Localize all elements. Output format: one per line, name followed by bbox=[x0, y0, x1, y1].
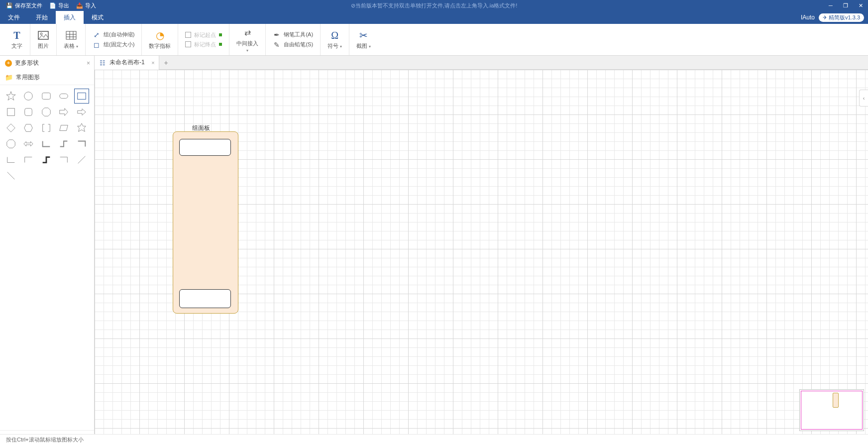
num-indicator-label: 数字指标 bbox=[149, 42, 171, 50]
shapes-grid bbox=[0, 85, 94, 187]
shape-diamond[interactable] bbox=[4, 121, 18, 135]
common-shapes-label: 常用图形 bbox=[16, 73, 40, 82]
canvas-tab[interactable]: ☷ 未命名画布-1 × bbox=[95, 56, 159, 70]
end-dot-icon bbox=[219, 43, 222, 46]
mark-end-label: 标记终点 bbox=[194, 41, 216, 48]
tab-file[interactable]: 文件 bbox=[0, 11, 28, 24]
ribbon-group-image: 图片 bbox=[30, 24, 57, 55]
shape-connector-4[interactable] bbox=[4, 153, 18, 167]
shape-square[interactable] bbox=[4, 105, 18, 119]
shape-rect[interactable] bbox=[75, 89, 89, 103]
table-label: 表格 ▾ bbox=[64, 42, 78, 50]
export-button[interactable]: 📄 导出 bbox=[49, 2, 69, 9]
import-icon: 📥 bbox=[76, 2, 83, 9]
shape-connector-6[interactable] bbox=[39, 153, 53, 167]
more-shapes-label: 更多形状 bbox=[15, 59, 39, 67]
ribbon-group-mark: 标记起点 标记终点 bbox=[178, 24, 229, 55]
minimap[interactable] bbox=[799, 389, 864, 431]
svg-marker-16 bbox=[7, 124, 15, 132]
screenshot-label: 截图 ▾ bbox=[356, 42, 371, 50]
mark-start-check[interactable]: 标记起点 bbox=[185, 31, 222, 39]
table-button[interactable]: 表格 ▾ bbox=[64, 29, 78, 50]
shape-octagon-small[interactable] bbox=[39, 105, 53, 119]
symbol-button[interactable]: Ω 符号 ▾ bbox=[327, 29, 342, 50]
text-button[interactable]: T 文字 bbox=[11, 29, 23, 50]
ribbon-group-connect: ⇄ 中间接入 ▾ bbox=[229, 24, 266, 55]
sidebar: + 更多形状 × 📁 常用图形 bbox=[0, 56, 95, 445]
shape-line-diag[interactable] bbox=[4, 169, 18, 183]
group-auto-button[interactable]: ⤢ 组(自动伸缩) bbox=[93, 31, 134, 39]
free-pencil-button[interactable]: ✎ 自由铅笔(S) bbox=[273, 41, 313, 49]
screenshot-button[interactable]: ✂ 截图 ▾ bbox=[356, 29, 371, 50]
main-area: + 更多形状 × 📁 常用图形 bbox=[0, 56, 868, 445]
export-icon: 📄 bbox=[49, 2, 56, 9]
shape-rounded-rect[interactable] bbox=[39, 89, 53, 103]
shape-connector-5[interactable] bbox=[21, 153, 35, 167]
tab-mode[interactable]: 模式 bbox=[84, 11, 111, 24]
status-hint: 按住Ctrl+滚动鼠标缩放图标大小 bbox=[6, 436, 84, 444]
version-badge[interactable]: ✈ 精简版v1.3.3 bbox=[819, 13, 864, 22]
minimap-viewport[interactable] bbox=[801, 391, 863, 430]
sidebar-close-button[interactable]: × bbox=[87, 60, 90, 67]
shape-connector-7[interactable] bbox=[57, 153, 71, 167]
num-indicator-button[interactable]: ◔ 数字指标 bbox=[149, 29, 171, 50]
tab-start[interactable]: 开始 bbox=[28, 11, 56, 24]
import-button[interactable]: 📥 导入 bbox=[76, 2, 96, 9]
shape-bracket[interactable] bbox=[39, 121, 53, 135]
shape-star[interactable] bbox=[4, 89, 18, 103]
ribbon-group-screenshot: ✂ 截图 ▾ bbox=[349, 24, 378, 55]
shape-double-arrow[interactable] bbox=[21, 137, 35, 151]
tab-close-button[interactable]: × bbox=[151, 60, 154, 66]
shape-hexagon[interactable] bbox=[21, 121, 35, 135]
pen-tool-button[interactable]: ✒ 钢笔工具(A) bbox=[273, 31, 313, 39]
shape-connector-1[interactable] bbox=[39, 137, 53, 151]
svg-marker-19 bbox=[77, 123, 86, 132]
shape-parallelogram[interactable] bbox=[57, 121, 71, 135]
folder-icon: 📁 bbox=[5, 74, 13, 81]
common-shapes-section[interactable]: 📁 常用图形 bbox=[0, 70, 94, 85]
shape-connector-3[interactable] bbox=[75, 137, 89, 151]
shape-rounded-sq[interactable] bbox=[21, 105, 35, 119]
mid-connect-button[interactable]: ⇄ 中间接入 ▾ bbox=[236, 27, 258, 53]
image-label: 图片 bbox=[38, 42, 49, 50]
svg-marker-14 bbox=[60, 109, 68, 116]
save-to-file-button[interactable]: 💾 保存至文件 bbox=[6, 2, 42, 9]
right-panel-toggle[interactable]: ‹ bbox=[859, 90, 868, 107]
close-button[interactable]: ✕ bbox=[853, 0, 868, 11]
minimize-button[interactable]: ─ bbox=[823, 0, 838, 11]
group-panel-shape[interactable] bbox=[173, 131, 238, 314]
tab-add-button[interactable]: + bbox=[159, 56, 173, 70]
svg-rect-12 bbox=[25, 109, 32, 116]
image-button[interactable]: 图片 bbox=[37, 29, 49, 50]
shape-capsule[interactable] bbox=[57, 89, 71, 103]
shape-connector-2[interactable] bbox=[57, 137, 71, 151]
tab-insert[interactable]: 插入 bbox=[56, 11, 84, 24]
save-icon: 💾 bbox=[6, 2, 13, 9]
group-fixed-button[interactable]: ◻ 组(固定大小) bbox=[93, 41, 134, 49]
ribbon-group-table: 表格 ▾ bbox=[57, 24, 86, 55]
ribbon-group-text: T 文字 bbox=[4, 24, 30, 55]
title-bar: 💾 保存至文件 📄 导出 📥 导入 ⊘当前版本暂不支持双击单独打开文件,请点击左… bbox=[0, 0, 868, 11]
scissors-icon: ✂ bbox=[358, 29, 370, 41]
canvas-tab-label: 未命名画布-1 bbox=[109, 58, 145, 67]
shape-star6[interactable] bbox=[75, 121, 89, 135]
menu-bar: 文件 开始 插入 模式 IAuto ✈ 精简版v1.3.3 bbox=[0, 11, 868, 24]
menu-right: IAuto ✈ 精简版v1.3.3 bbox=[801, 13, 864, 22]
table-icon bbox=[65, 29, 77, 41]
inner-rect-top[interactable] bbox=[179, 139, 231, 156]
shape-line[interactable] bbox=[75, 153, 89, 167]
mark-end-check[interactable]: 标记终点 bbox=[185, 41, 222, 48]
svg-point-1 bbox=[40, 33, 42, 35]
pen-icon: ✒ bbox=[273, 31, 281, 39]
sidebar-header[interactable]: + 更多形状 × bbox=[0, 56, 94, 70]
title-actions: 💾 保存至文件 📄 导出 📥 导入 bbox=[0, 2, 96, 9]
shape-arrow-box[interactable] bbox=[57, 105, 71, 119]
maximize-button[interactable]: ❐ bbox=[838, 0, 853, 11]
canvas[interactable]: 组面板 bbox=[95, 70, 868, 445]
shape-arrow-right[interactable] bbox=[75, 105, 89, 119]
inner-rect-bottom[interactable] bbox=[179, 289, 231, 308]
shape-octagon[interactable] bbox=[4, 137, 18, 151]
mark-start-label: 标记起点 bbox=[194, 31, 216, 39]
shape-circle[interactable] bbox=[21, 89, 35, 103]
text-label: 文字 bbox=[11, 42, 22, 50]
